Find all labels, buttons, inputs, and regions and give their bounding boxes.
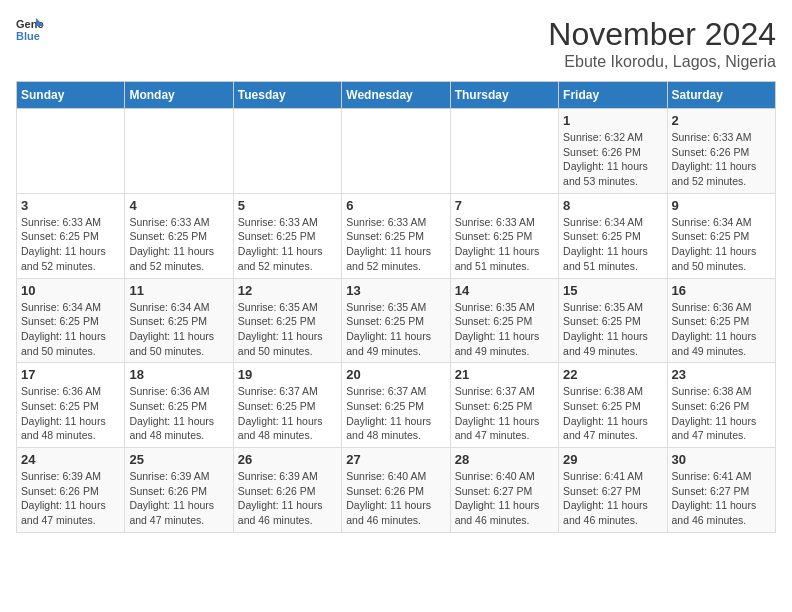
day-number: 25 [129,452,228,467]
day-number: 26 [238,452,337,467]
calendar-cell: 28Sunrise: 6:40 AMSunset: 6:27 PMDayligh… [450,448,558,533]
weekday-header: Sunday [17,82,125,109]
logo-icon: General Blue [16,16,44,44]
calendar-cell: 12Sunrise: 6:35 AMSunset: 6:25 PMDayligh… [233,278,341,363]
day-info: Sunrise: 6:35 AMSunset: 6:25 PMDaylight:… [455,300,554,359]
day-info: Sunrise: 6:36 AMSunset: 6:25 PMDaylight:… [672,300,771,359]
weekday-header: Thursday [450,82,558,109]
calendar-cell: 5Sunrise: 6:33 AMSunset: 6:25 PMDaylight… [233,193,341,278]
day-number: 21 [455,367,554,382]
day-number: 7 [455,198,554,213]
day-info: Sunrise: 6:39 AMSunset: 6:26 PMDaylight:… [129,469,228,528]
day-info: Sunrise: 6:39 AMSunset: 6:26 PMDaylight:… [238,469,337,528]
page-title: November 2024 [548,16,776,53]
calendar-cell: 14Sunrise: 6:35 AMSunset: 6:25 PMDayligh… [450,278,558,363]
day-info: Sunrise: 6:33 AMSunset: 6:25 PMDaylight:… [129,215,228,274]
calendar-cell [125,109,233,194]
day-info: Sunrise: 6:37 AMSunset: 6:25 PMDaylight:… [455,384,554,443]
title-area: November 2024 Ebute Ikorodu, Lagos, Nige… [548,16,776,71]
day-info: Sunrise: 6:38 AMSunset: 6:26 PMDaylight:… [672,384,771,443]
page-subtitle: Ebute Ikorodu, Lagos, Nigeria [548,53,776,71]
day-number: 15 [563,283,662,298]
day-info: Sunrise: 6:33 AMSunset: 6:25 PMDaylight:… [346,215,445,274]
calendar-cell: 17Sunrise: 6:36 AMSunset: 6:25 PMDayligh… [17,363,125,448]
day-info: Sunrise: 6:34 AMSunset: 6:25 PMDaylight:… [563,215,662,274]
header: General Blue November 2024 Ebute Ikorodu… [16,16,776,71]
logo: General Blue [16,16,44,44]
weekday-header: Wednesday [342,82,450,109]
day-info: Sunrise: 6:38 AMSunset: 6:25 PMDaylight:… [563,384,662,443]
calendar-cell: 9Sunrise: 6:34 AMSunset: 6:25 PMDaylight… [667,193,775,278]
day-info: Sunrise: 6:39 AMSunset: 6:26 PMDaylight:… [21,469,120,528]
day-number: 9 [672,198,771,213]
day-info: Sunrise: 6:33 AMSunset: 6:26 PMDaylight:… [672,130,771,189]
day-info: Sunrise: 6:34 AMSunset: 6:25 PMDaylight:… [21,300,120,359]
calendar-week-row: 17Sunrise: 6:36 AMSunset: 6:25 PMDayligh… [17,363,776,448]
calendar-week-row: 24Sunrise: 6:39 AMSunset: 6:26 PMDayligh… [17,448,776,533]
calendar-cell [450,109,558,194]
calendar-cell: 24Sunrise: 6:39 AMSunset: 6:26 PMDayligh… [17,448,125,533]
day-number: 17 [21,367,120,382]
calendar-cell: 16Sunrise: 6:36 AMSunset: 6:25 PMDayligh… [667,278,775,363]
day-number: 19 [238,367,337,382]
day-number: 5 [238,198,337,213]
calendar-cell: 20Sunrise: 6:37 AMSunset: 6:25 PMDayligh… [342,363,450,448]
day-info: Sunrise: 6:40 AMSunset: 6:27 PMDaylight:… [455,469,554,528]
day-info: Sunrise: 6:36 AMSunset: 6:25 PMDaylight:… [21,384,120,443]
calendar-cell: 3Sunrise: 6:33 AMSunset: 6:25 PMDaylight… [17,193,125,278]
calendar-cell: 27Sunrise: 6:40 AMSunset: 6:26 PMDayligh… [342,448,450,533]
day-number: 3 [21,198,120,213]
calendar-week-row: 3Sunrise: 6:33 AMSunset: 6:25 PMDaylight… [17,193,776,278]
day-number: 8 [563,198,662,213]
day-info: Sunrise: 6:40 AMSunset: 6:26 PMDaylight:… [346,469,445,528]
weekday-header-row: SundayMondayTuesdayWednesdayThursdayFrid… [17,82,776,109]
calendar-cell: 13Sunrise: 6:35 AMSunset: 6:25 PMDayligh… [342,278,450,363]
day-info: Sunrise: 6:35 AMSunset: 6:25 PMDaylight:… [563,300,662,359]
weekday-header: Saturday [667,82,775,109]
day-number: 1 [563,113,662,128]
calendar-cell: 7Sunrise: 6:33 AMSunset: 6:25 PMDaylight… [450,193,558,278]
calendar-cell [233,109,341,194]
day-number: 11 [129,283,228,298]
calendar-cell: 8Sunrise: 6:34 AMSunset: 6:25 PMDaylight… [559,193,667,278]
day-number: 6 [346,198,445,213]
day-info: Sunrise: 6:33 AMSunset: 6:25 PMDaylight:… [455,215,554,274]
day-info: Sunrise: 6:41 AMSunset: 6:27 PMDaylight:… [563,469,662,528]
calendar-cell: 18Sunrise: 6:36 AMSunset: 6:25 PMDayligh… [125,363,233,448]
day-number: 20 [346,367,445,382]
calendar-week-row: 10Sunrise: 6:34 AMSunset: 6:25 PMDayligh… [17,278,776,363]
day-info: Sunrise: 6:34 AMSunset: 6:25 PMDaylight:… [672,215,771,274]
day-number: 27 [346,452,445,467]
day-info: Sunrise: 6:37 AMSunset: 6:25 PMDaylight:… [238,384,337,443]
day-number: 24 [21,452,120,467]
day-number: 30 [672,452,771,467]
day-number: 29 [563,452,662,467]
day-number: 2 [672,113,771,128]
day-info: Sunrise: 6:37 AMSunset: 6:25 PMDaylight:… [346,384,445,443]
day-info: Sunrise: 6:41 AMSunset: 6:27 PMDaylight:… [672,469,771,528]
calendar-cell: 25Sunrise: 6:39 AMSunset: 6:26 PMDayligh… [125,448,233,533]
calendar-cell: 22Sunrise: 6:38 AMSunset: 6:25 PMDayligh… [559,363,667,448]
day-number: 22 [563,367,662,382]
calendar-cell: 1Sunrise: 6:32 AMSunset: 6:26 PMDaylight… [559,109,667,194]
day-number: 16 [672,283,771,298]
svg-text:Blue: Blue [16,30,40,42]
day-info: Sunrise: 6:33 AMSunset: 6:25 PMDaylight:… [238,215,337,274]
day-info: Sunrise: 6:36 AMSunset: 6:25 PMDaylight:… [129,384,228,443]
calendar-cell: 21Sunrise: 6:37 AMSunset: 6:25 PMDayligh… [450,363,558,448]
day-number: 28 [455,452,554,467]
calendar-week-row: 1Sunrise: 6:32 AMSunset: 6:26 PMDaylight… [17,109,776,194]
day-info: Sunrise: 6:34 AMSunset: 6:25 PMDaylight:… [129,300,228,359]
day-number: 14 [455,283,554,298]
day-number: 13 [346,283,445,298]
day-number: 12 [238,283,337,298]
calendar-cell: 2Sunrise: 6:33 AMSunset: 6:26 PMDaylight… [667,109,775,194]
day-info: Sunrise: 6:35 AMSunset: 6:25 PMDaylight:… [346,300,445,359]
calendar-cell: 4Sunrise: 6:33 AMSunset: 6:25 PMDaylight… [125,193,233,278]
calendar-cell: 19Sunrise: 6:37 AMSunset: 6:25 PMDayligh… [233,363,341,448]
calendar-cell: 11Sunrise: 6:34 AMSunset: 6:25 PMDayligh… [125,278,233,363]
calendar-cell: 15Sunrise: 6:35 AMSunset: 6:25 PMDayligh… [559,278,667,363]
calendar-cell: 30Sunrise: 6:41 AMSunset: 6:27 PMDayligh… [667,448,775,533]
weekday-header: Tuesday [233,82,341,109]
calendar-table: SundayMondayTuesdayWednesdayThursdayFrid… [16,81,776,533]
